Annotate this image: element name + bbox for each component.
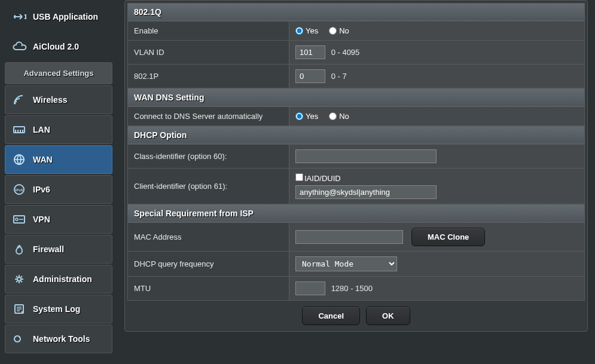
section-header-isp: Special Requirement from ISP — [127, 204, 585, 222]
sidebar-item-lan[interactable]: LAN — [5, 115, 112, 144]
sidebar-item-aicloud[interactable]: AiCloud 2.0 — [5, 32, 112, 61]
checkbox-iaid-duid[interactable] — [295, 173, 303, 181]
sidebar-item-usb-application[interactable]: USB Application — [5, 2, 112, 31]
svg-point-6 — [16, 218, 18, 221]
usb-icon — [11, 9, 27, 25]
ok-button[interactable]: OK — [366, 307, 410, 325]
sidebar-item-label: Administration — [33, 274, 92, 284]
input-opt60[interactable] — [295, 149, 437, 163]
label-mtu: MTU — [128, 277, 289, 301]
radio-label: Yes — [306, 112, 318, 121]
sidebar-item-vpn[interactable]: VPN — [5, 205, 112, 234]
sidebar-item-label: Firewall — [33, 244, 64, 254]
sidebar-item-label: WAN — [33, 155, 53, 164]
hint-mtu: 1280 - 1500 — [331, 284, 373, 293]
radio-dns-no[interactable] — [329, 112, 337, 120]
label-opt61: Client-identifier (option 61): — [128, 169, 289, 204]
label-dhcp-freq: DHCP query frequency — [128, 252, 289, 277]
sidebar-item-label: Network Tools — [33, 334, 90, 344]
sidebar-header-advanced: Advanced Settings — [5, 62, 112, 84]
input-vlan-id[interactable] — [295, 45, 325, 59]
gear-icon — [11, 271, 27, 287]
sidebar-item-label: VPN — [33, 215, 50, 224]
section-header-8021q: 802.1Q — [127, 3, 585, 21]
tools-icon — [11, 331, 27, 347]
sidebar-item-label: LAN — [33, 125, 50, 134]
sidebar-item-wan[interactable]: WAN — [5, 145, 112, 174]
input-opt61[interactable] — [295, 185, 437, 199]
cancel-button[interactable]: Cancel — [302, 307, 360, 325]
radio-label: No — [339, 26, 349, 35]
input-8021p[interactable] — [295, 69, 325, 83]
radio-8021q-no[interactable] — [329, 27, 337, 35]
sidebar-item-label: IPv6 — [33, 185, 50, 194]
label-vlan-id: VLAN ID — [128, 41, 289, 65]
radio-dns-yes[interactable] — [295, 112, 303, 120]
label-opt60: Class-identifier (option 60): — [128, 145, 289, 169]
radio-label: Yes — [306, 26, 318, 35]
sidebar-item-label: AiCloud 2.0 — [33, 42, 79, 51]
lan-icon — [11, 122, 27, 137]
radio-label: No — [339, 112, 349, 121]
sidebar-item-wireless[interactable]: Wireless — [5, 85, 112, 114]
input-mtu[interactable] — [295, 282, 325, 295]
checkbox-label: IAID/DUID — [304, 174, 341, 183]
sidebar-item-label: USB Application — [33, 12, 98, 22]
sidebar-item-network-tools[interactable]: Network Tools — [5, 325, 112, 353]
input-mac[interactable] — [295, 230, 403, 244]
label-8021p: 802.1P — [128, 65, 289, 88]
sidebar-item-firewall[interactable]: Firewall — [5, 235, 112, 264]
label-enable-8021q: Enable — [128, 22, 289, 41]
svg-text:IPv6: IPv6 — [16, 188, 23, 192]
label-mac: MAC Address — [128, 223, 289, 252]
section-header-dns: WAN DNS Setting — [127, 88, 585, 106]
vpn-icon — [11, 212, 27, 227]
svg-point-7 — [17, 277, 21, 281]
svg-point-0 — [14, 103, 16, 105]
ipv6-icon: IPv6 — [11, 182, 27, 197]
globe-icon — [11, 152, 27, 167]
sidebar-item-label: System Log — [33, 304, 80, 314]
select-dhcp-freq[interactable]: Normal Mode — [295, 256, 397, 271]
section-header-dhcp: DHCP Option — [127, 126, 585, 144]
sidebar-item-system-log[interactable]: System Log — [5, 295, 112, 323]
label-dns-auto: Connect to DNS Server automatically — [128, 107, 289, 126]
sidebar-item-administration[interactable]: Administration — [5, 265, 112, 293]
log-icon — [11, 301, 27, 317]
settings-panel: 802.1Q Enable Yes No VLAN ID 0 - 4 — [124, 0, 588, 332]
wifi-icon — [11, 92, 27, 108]
sidebar-item-label: Wireless — [33, 95, 67, 105]
radio-8021q-yes[interactable] — [295, 27, 303, 35]
cloud-icon — [11, 39, 27, 54]
hint-vlan: 0 - 4095 — [331, 48, 360, 57]
mac-clone-button[interactable]: MAC Clone — [411, 228, 485, 246]
hint-8021p: 0 - 7 — [331, 72, 347, 81]
sidebar-item-ipv6[interactable]: IPv6 IPv6 — [5, 175, 112, 204]
fire-icon — [11, 241, 27, 257]
